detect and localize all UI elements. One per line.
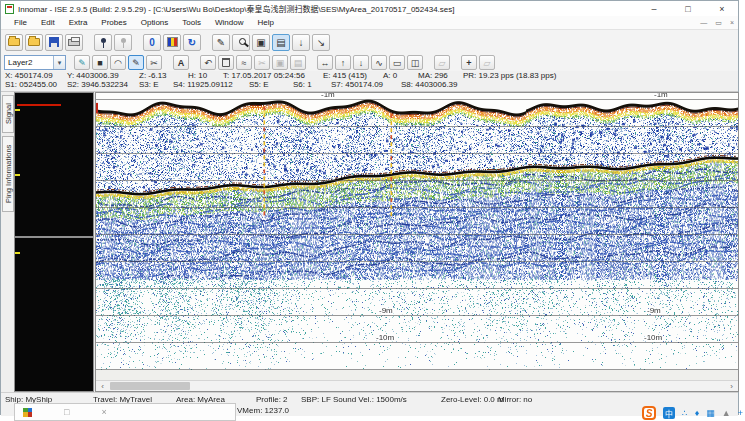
app-icon [5, 4, 14, 14]
sogou-logo-icon[interactable]: S [642, 406, 656, 420]
s3-value: S3: E [139, 80, 159, 89]
a-value: A: 0 [383, 71, 397, 80]
menu-file[interactable]: File [7, 18, 34, 27]
pin-marker-off-button[interactable] [114, 34, 132, 51]
pin-marker-button[interactable] [94, 34, 112, 51]
mdi-minimize-button[interactable]: — [700, 19, 707, 26]
chevron-down-icon[interactable]: ▾ [53, 56, 65, 69]
knife-tool-button[interactable]: ✂ [146, 55, 162, 70]
undo-button[interactable]: ↶ [200, 55, 216, 70]
depth-window-button[interactable]: ◫ [407, 55, 423, 70]
crosshair-button[interactable]: + [461, 55, 477, 70]
s7-value: S7: 450174.09 [331, 80, 383, 89]
sound-velocity-field: Sound Vel.: 1500m/s [333, 395, 407, 404]
ping-rate-value: PR: 19.23 pps (18.83 pps) [463, 71, 556, 80]
menu-edit[interactable]: Edit [34, 18, 62, 27]
info-zero-button[interactable]: 0 [143, 34, 161, 51]
pencil-tool-button[interactable]: ✎ [128, 55, 144, 70]
scroll-right-arrow[interactable]: › [725, 381, 738, 391]
maximize-button[interactable]: □ [682, 4, 694, 14]
tab-ping-informations[interactable]: Ping Informations [2, 136, 14, 212]
scrollbar-thumb[interactable] [110, 382, 190, 390]
x-coordinate: X: 450174.09 [5, 71, 53, 80]
sine-filter-button[interactable]: ∿ [371, 55, 387, 70]
print-button[interactable] [65, 34, 83, 51]
menu-tools[interactable]: Tools [175, 18, 208, 27]
mdi-restore-button[interactable]: ▭ [715, 19, 722, 27]
menu-window[interactable]: Window [208, 18, 250, 27]
punctuation-icon[interactable]: ∴ [682, 408, 688, 418]
minimized-window-fragment[interactable]: □ × [14, 403, 236, 421]
layer-select[interactable]: Layer2 ▾ [4, 55, 66, 70]
mirror-field: Mirror: no [498, 395, 532, 404]
s5-value: S5: E [249, 80, 269, 89]
close-button[interactable]: × [716, 4, 728, 14]
fit-height-button[interactable]: ↓ [292, 34, 310, 51]
window-controls: – □ × [648, 1, 734, 16]
fragment-close-button[interactable]: × [101, 407, 106, 417]
menubar: File Edit Extra Probes Options Tools Win… [1, 16, 738, 30]
floppy-icon [49, 37, 59, 47]
profile-field: Profile: 2 [256, 395, 288, 404]
y-coordinate: Y: 4403006.39 [67, 71, 119, 80]
brush-tool-button[interactable]: ✎ [74, 55, 90, 70]
align-bottom-button[interactable]: ↓ [353, 55, 369, 70]
open-folder-button[interactable] [25, 34, 43, 51]
side-tabstrip: Signal Ping Informations [1, 92, 14, 392]
fragment-maximize-button[interactable]: □ [64, 407, 69, 417]
extra-disabled-button[interactable]: ▱ [434, 55, 450, 70]
zoom-tool-button[interactable] [232, 34, 250, 51]
signal-panel[interactable] [14, 92, 94, 392]
menu-help[interactable]: Help [250, 18, 280, 27]
menu-extra[interactable]: Extra [62, 18, 95, 27]
view-single-button[interactable]: ▣ [252, 34, 270, 51]
paste-button[interactable]: ▤ [290, 55, 306, 70]
panel-divider[interactable] [15, 236, 93, 238]
layer-select-value: Layer2 [5, 58, 53, 67]
sensor-status-row: S1: 052455.00 S2: 3946.532234 S3: E S4: … [1, 80, 738, 89]
save-button[interactable] [45, 34, 63, 51]
signal-marker-tick [15, 174, 20, 176]
voice-input-icon[interactable]: ♦ [695, 408, 700, 418]
extra2-disabled-button[interactable]: ▱ [479, 55, 495, 70]
fit-width-button[interactable]: ↔ [317, 55, 333, 70]
ime-settings-icon[interactable]: + [738, 408, 743, 418]
tab-signal[interactable]: Signal [2, 95, 14, 133]
menu-probes[interactable]: Probes [94, 18, 133, 27]
align-top-button[interactable]: ↑ [335, 55, 351, 70]
copy-button[interactable]: ▣ [272, 55, 288, 70]
scroll-left-arrow[interactable]: ‹ [96, 381, 109, 391]
chinese-mode-icon[interactable]: 中 [663, 407, 675, 419]
magnifier-icon [239, 38, 246, 45]
horizontal-scrollbar[interactable]: ‹ › [96, 380, 738, 391]
s8-value: S8: 4403006.39 [401, 80, 458, 89]
open-file-button[interactable] [5, 34, 23, 51]
ime-toolbar: S 中 ∴ ♦ ▦ ▲ + [642, 405, 743, 421]
soft-keyboard-icon[interactable]: ▦ [706, 408, 715, 418]
zero-level-field: Zero-Level: 0.0 m [441, 395, 504, 404]
wave-marker-button[interactable]: ≈ [236, 55, 252, 70]
delete-layer-button[interactable] [218, 55, 234, 70]
color-scale-button[interactable] [163, 34, 181, 51]
rect-select-button[interactable]: ▭ [389, 55, 405, 70]
z-coordinate: Z: -6.13 [139, 71, 167, 80]
printer-icon [68, 39, 80, 46]
echogram-canvas[interactable] [96, 93, 738, 381]
menu-options[interactable]: Options [134, 18, 176, 27]
mdi-close-button[interactable]: × [730, 19, 734, 26]
color-swatch-button[interactable]: ■ [92, 55, 108, 70]
cut-button[interactable]: ✂ [254, 55, 270, 70]
measure-tool-button[interactable]: ✎ [212, 34, 230, 51]
titlebar[interactable]: Innomar - ISE 2.9.5 (Build: 2.9.5.29) - … [1, 1, 738, 16]
mdi-controls: — ▭ × [700, 16, 734, 29]
view-split-button[interactable]: ▤ [272, 34, 290, 51]
time-value: T: 17.05.2017 05:24:56 [223, 71, 305, 80]
event-value: E: 415 (415) [323, 71, 367, 80]
fit-window-button[interactable]: ↘ [312, 34, 330, 51]
text-tool-button[interactable]: A [173, 55, 189, 70]
desktop: Innomar - ISE 2.9.5 (Build: 2.9.5.29) - … [0, 0, 745, 421]
refresh-button[interactable]: ↻ [183, 34, 201, 51]
curve-tool-button[interactable]: ◠ [110, 55, 126, 70]
minimize-button[interactable]: – [648, 4, 660, 14]
user-profile-icon[interactable]: ▲ [722, 408, 731, 418]
